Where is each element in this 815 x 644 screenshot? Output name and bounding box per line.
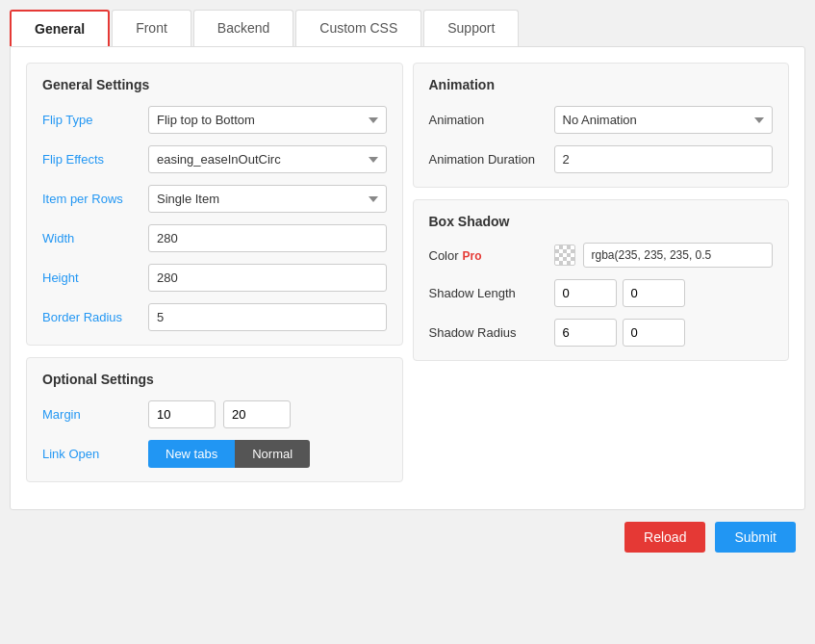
box-shadow-title: Box Shadow (429, 214, 774, 229)
animation-section: Animation Animation No Animation Fade Sl… (413, 63, 790, 188)
right-panel: Animation Animation No Animation Fade Sl… (413, 63, 790, 494)
shadow-length-input-1[interactable] (554, 279, 617, 307)
color-control: rgba(235, 235, 235, 0.5 (554, 243, 774, 268)
shadow-radius-label: Shadow Radius (429, 325, 554, 340)
border-radius-row: Border Radius (42, 303, 387, 331)
margin-row: Margin (42, 400, 387, 428)
animation-label: Animation (429, 113, 554, 127)
color-row: ColorPro rgba(235, 235, 235, 0.5 (429, 243, 774, 268)
animation-duration-control (554, 145, 774, 173)
item-per-rows-select[interactable]: Single Item 2 Items 3 Items 4 Items (148, 185, 387, 213)
animation-select[interactable]: No Animation Fade Slide Bounce (554, 106, 774, 134)
animation-duration-input[interactable] (554, 145, 774, 173)
item-per-rows-control: Single Item 2 Items 3 Items 4 Items (148, 185, 387, 213)
color-label: ColorPro (429, 248, 554, 263)
border-radius-input[interactable] (148, 303, 387, 331)
shadow-radius-control (554, 319, 774, 347)
flip-effects-select[interactable]: easing_easeInOutCirc easing_linear easin… (148, 145, 387, 173)
color-row-inner: rgba(235, 235, 235, 0.5 (554, 243, 774, 268)
tabs-bar: General Front Backend Custom CSS Support (10, 10, 805, 46)
pro-badge: Pro (463, 249, 482, 263)
flip-effects-control: easing_easeInOutCirc easing_linear easin… (148, 145, 387, 173)
shadow-length-input-2[interactable] (623, 279, 685, 307)
shadow-radius-input-1[interactable] (554, 319, 617, 347)
tab-support[interactable]: Support (423, 10, 519, 46)
tab-custom-css[interactable]: Custom CSS (295, 10, 421, 46)
shadow-length-row: Shadow Length (429, 279, 774, 307)
footer-bar: Reload Submit (10, 510, 805, 556)
height-label: Height (42, 270, 148, 285)
margin-label: Margin (42, 407, 148, 422)
tab-general[interactable]: General (10, 10, 110, 46)
flip-type-label: Flip Type (42, 113, 148, 127)
link-open-control: New tabs Normal (148, 440, 387, 468)
shadow-length-inputs (554, 279, 774, 307)
general-settings-section: General Settings Flip Type Flip top to B… (26, 63, 403, 346)
link-open-normal-button[interactable]: Normal (235, 440, 310, 468)
content-area: General Settings Flip Type Flip top to B… (10, 46, 805, 510)
submit-button[interactable]: Submit (715, 522, 796, 553)
width-row: Width (42, 224, 387, 252)
shadow-radius-inputs (554, 319, 774, 347)
width-input[interactable] (148, 224, 387, 252)
animation-control: No Animation Fade Slide Bounce (554, 106, 774, 134)
margin-input-2[interactable] (223, 400, 291, 428)
margin-inputs (148, 400, 387, 428)
tab-backend[interactable]: Backend (193, 10, 293, 46)
item-per-rows-row: Item per Rows Single Item 2 Items 3 Item… (42, 185, 387, 213)
border-radius-label: Border Radius (42, 310, 148, 324)
height-input[interactable] (148, 264, 387, 292)
link-open-new-tabs-button[interactable]: New tabs (148, 440, 235, 468)
general-settings-title: General Settings (42, 77, 387, 92)
flip-type-control: Flip top to Bottom Flip left to Right Fl… (148, 106, 387, 134)
tab-front[interactable]: Front (112, 10, 191, 46)
link-open-button-group: New tabs Normal (148, 440, 387, 468)
shadow-radius-row: Shadow Radius (429, 319, 774, 347)
height-control (148, 264, 387, 292)
flip-effects-label: Flip Effects (42, 152, 148, 167)
item-per-rows-label: Item per Rows (42, 192, 148, 206)
shadow-length-control (554, 279, 774, 307)
animation-title: Animation (429, 77, 774, 92)
border-radius-control (148, 303, 387, 331)
width-control (148, 224, 387, 252)
link-open-row: Link Open New tabs Normal (42, 440, 387, 468)
optional-settings-section: Optional Settings Margin Link Open (26, 357, 403, 482)
left-panel: General Settings Flip Type Flip top to B… (26, 63, 403, 494)
flip-type-select[interactable]: Flip top to Bottom Flip left to Right Fl… (148, 106, 387, 134)
width-label: Width (42, 231, 148, 245)
color-value[interactable]: rgba(235, 235, 235, 0.5 (583, 243, 774, 268)
flip-type-row: Flip Type Flip top to Bottom Flip left t… (42, 106, 387, 134)
link-open-label: Link Open (42, 447, 148, 461)
shadow-length-label: Shadow Length (429, 286, 554, 300)
color-swatch[interactable] (554, 245, 575, 266)
shadow-radius-input-2[interactable] (623, 319, 685, 347)
animation-row: Animation No Animation Fade Slide Bounce (429, 106, 774, 134)
animation-duration-label: Animation Duration (429, 152, 554, 167)
reload-button[interactable]: Reload (624, 522, 705, 553)
flip-effects-row: Flip Effects easing_easeInOutCirc easing… (42, 145, 387, 173)
margin-input-1[interactable] (148, 400, 216, 428)
box-shadow-section: Box Shadow ColorPro rgba(235, 235, 235, … (413, 199, 790, 361)
optional-settings-title: Optional Settings (42, 372, 387, 387)
margin-control (148, 400, 387, 428)
height-row: Height (42, 264, 387, 292)
animation-duration-row: Animation Duration (429, 145, 774, 173)
